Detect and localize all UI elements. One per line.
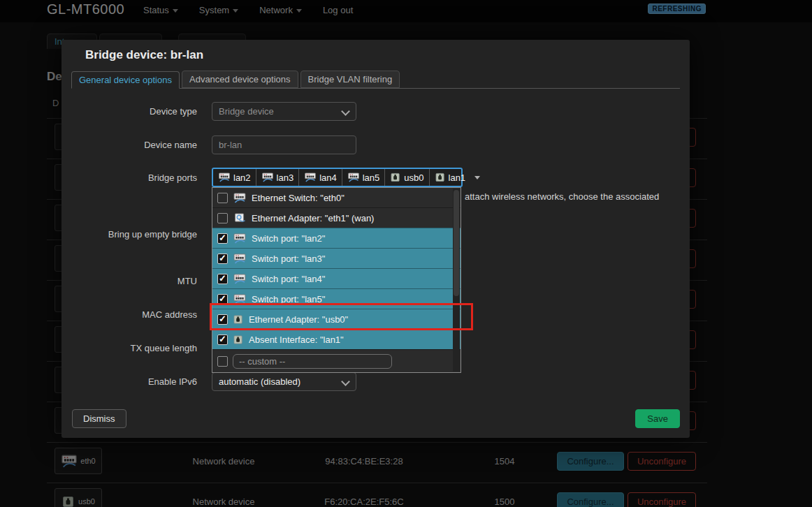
option-label: Switch port: "lan2"	[252, 233, 325, 244]
option-label: Switch port: "lan5"	[252, 294, 325, 304]
checkbox-checked[interactable]	[217, 335, 228, 345]
dropdown-option-lan5[interactable]: Switch port: "lan5"	[212, 288, 461, 309]
token-lan3[interactable]: lan3	[256, 169, 300, 186]
chevron-down-icon	[341, 107, 350, 116]
token-usb0[interactable]: usb0	[385, 169, 429, 186]
dropdown-option-eth1-wan[interactable]: Ethernet Adapter: "eth1" (wan)	[212, 207, 461, 228]
device-type-value: Bridge device	[219, 106, 274, 117]
token-lan5[interactable]: lan5	[342, 169, 386, 186]
switch-port-icon	[233, 294, 247, 304]
token-label: lan3	[277, 172, 294, 183]
token-label: lan4	[319, 172, 337, 183]
ethernet-adapter-icon	[233, 213, 247, 223]
mtu-label: MTU	[61, 276, 197, 286]
dropdown-option-lan4[interactable]: Switch port: "lan4"	[212, 268, 461, 288]
port-icon	[233, 314, 244, 325]
token-lan2[interactable]: lan2	[213, 169, 256, 186]
dropdown-option-lan1[interactable]: Absent Interface: "lan1"	[212, 329, 461, 349]
ethernet-switch-icon	[233, 193, 247, 203]
token-label: lan1	[449, 172, 466, 183]
screen: GL-MT6000 Status System Network Log out …	[0, 0, 812, 507]
switch-port-icon	[218, 172, 231, 182]
token-label: lan5	[363, 172, 380, 183]
dropdown-option-lan3[interactable]: Switch port: "lan3"	[212, 248, 461, 268]
switch-port-icon	[233, 233, 247, 244]
option-label: Ethernet Adapter: "usb0"	[249, 314, 348, 325]
tx-queue-length-label: TX queue length	[61, 343, 197, 353]
custom-value-input[interactable]	[233, 354, 392, 369]
dropdown-option-lan2[interactable]: Switch port: "lan2"	[212, 228, 461, 248]
device-type-select[interactable]: Bridge device	[212, 102, 356, 121]
checkbox-unchecked[interactable]	[217, 193, 228, 203]
bridge-ports-hint: attach wireless networks, choose the ass…	[465, 191, 681, 202]
enable-ipv6-select[interactable]: automatic (disabled)	[212, 372, 356, 391]
port-icon	[390, 172, 401, 182]
switch-port-icon	[233, 274, 247, 284]
option-label: Ethernet Switch: "eth0"	[252, 193, 345, 203]
chevron-down-icon	[341, 377, 350, 386]
scrollbar-thumb[interactable]	[454, 190, 459, 296]
save-button[interactable]: Save	[635, 409, 680, 428]
bridge-ports-dropdown: Ethernet Switch: "eth0" Ethernet Adapter…	[212, 187, 461, 373]
enable-ipv6-label: Enable IPv6	[61, 376, 197, 387]
checkbox-unchecked[interactable]	[217, 356, 228, 367]
option-label: Ethernet Adapter: "eth1" (wan)	[252, 213, 374, 223]
chevron-down-icon	[474, 176, 480, 179]
token-lan4[interactable]: lan4	[299, 169, 342, 186]
modal-title: Bridge device: br-lan	[85, 48, 203, 62]
device-name-input[interactable]	[212, 135, 356, 154]
dismiss-button[interactable]: Dismiss	[72, 409, 126, 428]
switch-port-icon	[304, 172, 317, 182]
dropdown-option-usb0[interactable]: Ethernet Adapter: "usb0"	[212, 309, 461, 329]
switch-port-icon	[233, 254, 247, 264]
tab-advanced-device-options[interactable]: Advanced device options	[182, 71, 298, 88]
dropdown-toggle[interactable]	[470, 169, 484, 186]
option-label: Switch port: "lan3"	[252, 254, 325, 264]
bridge-ports-label: Bridge ports	[61, 172, 197, 183]
token-label: lan2	[233, 172, 251, 183]
checkbox-checked[interactable]	[217, 314, 228, 325]
bridge-device-modal: Bridge device: br-lan General device opt…	[61, 40, 690, 438]
empty-bridge-label: Bring up empty bridge	[61, 229, 197, 240]
switch-port-icon	[347, 172, 360, 182]
dropdown-option-eth0[interactable]: Ethernet Switch: "eth0"	[212, 188, 461, 207]
port-icon	[233, 335, 244, 345]
checkbox-unchecked[interactable]	[217, 213, 228, 223]
option-label: Absent Interface: "lan1"	[249, 335, 344, 345]
switch-port-icon	[261, 172, 274, 182]
checkbox-checked[interactable]	[217, 274, 228, 284]
tab-general-device-options[interactable]: General device options	[71, 71, 180, 89]
device-type-label: Device type	[61, 106, 197, 117]
bridge-ports-multiselect[interactable]: lan2 lan3 lan4 lan5 usb0 lan1	[212, 168, 463, 187]
dropdown-scrollbar[interactable]	[453, 189, 460, 372]
checkbox-checked[interactable]	[217, 254, 228, 264]
token-label: usb0	[404, 172, 423, 183]
checkbox-checked[interactable]	[217, 294, 228, 304]
checkbox-checked[interactable]	[217, 233, 228, 244]
port-icon	[435, 172, 446, 182]
token-lan1[interactable]: lan1	[430, 169, 471, 186]
modal-tabbar: General device options Advanced device o…	[71, 71, 680, 89]
mac-address-label: MAC address	[61, 309, 197, 320]
tab-bridge-vlan-filtering[interactable]: Bridge VLAN filtering	[300, 71, 400, 88]
device-name-label: Device name	[61, 140, 197, 150]
enable-ipv6-value: automatic (disabled)	[219, 376, 300, 387]
dropdown-option-custom[interactable]	[212, 349, 461, 372]
option-label: Switch port: "lan4"	[252, 274, 325, 284]
